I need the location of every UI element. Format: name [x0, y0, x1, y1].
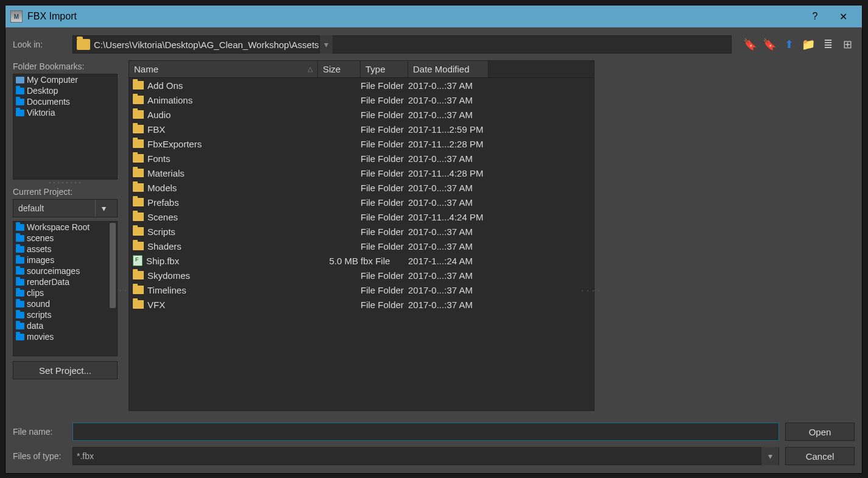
workspace-label: assets	[27, 244, 51, 254]
file-type: File Folder	[361, 285, 408, 295]
workspace-item[interactable]: movies	[13, 331, 117, 342]
workspace-label: scenes	[27, 233, 54, 243]
workspace-label: Workspace Root	[27, 222, 90, 232]
workspace-item[interactable]: images	[13, 255, 117, 265]
column-headers: Name△ Size Type Date Modified	[129, 61, 594, 78]
file-name: Scenes	[147, 212, 178, 222]
file-name: Timelines	[147, 285, 186, 295]
bookmark-item[interactable]: Documents	[13, 96, 117, 107]
up-icon[interactable]: ⬆	[782, 37, 796, 52]
bookmark-item[interactable]: Viktoria	[13, 107, 117, 118]
file-date: 2017-0...:37 AM	[408, 80, 594, 91]
path-input[interactable]: C:\Users\Viktoria\Desktop\AG_Clean_Works…	[72, 35, 732, 54]
project-select[interactable]: default ▾	[13, 199, 118, 217]
file-row[interactable]: FontsFile Folder2017-0...:37 AM	[129, 151, 594, 166]
lookin-label: Look in:	[13, 40, 66, 49]
resize-handle[interactable]: • • • • • • • •	[13, 180, 118, 183]
file-row[interactable]: TimelinesFile Folder2017-0...:37 AM	[129, 283, 594, 297]
close-button[interactable]: ✕	[829, 7, 857, 26]
scrollbar[interactable]	[110, 223, 116, 354]
file-type: fbx File	[361, 256, 408, 266]
folder-icon	[133, 198, 144, 206]
cancel-button[interactable]: Cancel	[785, 447, 855, 465]
file-row[interactable]: ScriptsFile Folder2017-0...:37 AM	[129, 224, 594, 239]
file-name: Materials	[147, 168, 185, 178]
file-date: 2017-0...:37 AM	[408, 110, 594, 120]
file-type: File Folder	[361, 80, 408, 91]
file-row[interactable]: MaterialsFile Folder2017-11...4:28 PM	[129, 166, 594, 180]
col-type[interactable]: Type	[361, 61, 408, 77]
workspace-item[interactable]: Workspace Root	[13, 222, 117, 233]
folder-icon	[133, 139, 144, 148]
workspace-item[interactable]: scripts	[13, 309, 117, 320]
file-row[interactable]: PrefabsFile Folder2017-0...:37 AM	[129, 195, 594, 209]
file-date: 2017-0...:37 AM	[408, 227, 594, 237]
set-project-button[interactable]: Set Project...	[13, 361, 118, 379]
filename-input[interactable]	[72, 423, 779, 441]
workspace-item[interactable]: sound	[13, 298, 117, 309]
splitter-left[interactable]: ••••	[121, 60, 129, 411]
file-row[interactable]: VFXFile Folder2017-0...:37 AM	[129, 297, 594, 312]
file-name: Add Ons	[147, 80, 183, 91]
detail-view-icon[interactable]: ⊞	[840, 37, 855, 52]
folder-icon	[16, 290, 24, 297]
folder-icon	[16, 99, 24, 105]
bookmark-icon[interactable]: 🔖	[762, 37, 777, 52]
path-dropdown[interactable]: ▾	[319, 35, 333, 54]
open-button[interactable]: Open	[785, 423, 855, 441]
project-value: default	[18, 203, 44, 213]
folder-icon	[16, 334, 24, 340]
col-date[interactable]: Date Modified	[408, 61, 489, 77]
folder-icon	[133, 271, 144, 279]
file-name: Fonts	[147, 153, 171, 164]
sort-asc-icon: △	[308, 65, 312, 73]
workspace-item[interactable]: sourceimages	[13, 265, 117, 276]
file-row[interactable]: AnimationsFile Folder2017-0...:37 AM	[129, 93, 594, 107]
file-row[interactable]: ShadersFile Folder2017-0...:37 AM	[129, 239, 594, 253]
file-type: File Folder	[361, 183, 408, 193]
file-date: 2017-1...:24 AM	[408, 256, 594, 266]
file-row[interactable]: ScenesFile Folder2017-11...4:24 PM	[129, 209, 594, 224]
folder-icon	[133, 96, 144, 104]
bookmark-item[interactable]: My Computer	[13, 74, 117, 85]
workspace-item[interactable]: scenes	[13, 233, 117, 244]
chevron-down-icon: ▾	[95, 200, 112, 217]
workspace-item[interactable]: assets	[13, 244, 117, 255]
file-type: File Folder	[361, 241, 408, 251]
new-folder-icon[interactable]: 📁	[801, 37, 816, 52]
filetype-value: *.fbx	[77, 451, 94, 461]
workspace-item[interactable]: renderData	[13, 276, 117, 287]
workspace-item[interactable]: data	[13, 320, 117, 331]
folder-icon	[133, 242, 144, 250]
folder-icon	[16, 224, 24, 231]
titlebar: M FBX Import ? ✕	[5, 5, 862, 27]
filetype-select[interactable]: *.fbx ▾	[72, 447, 779, 465]
filetype-label: Files of type:	[13, 451, 66, 461]
filename-label: File name:	[13, 427, 66, 437]
col-size[interactable]: Size	[318, 61, 361, 77]
file-name: Prefabs	[147, 197, 179, 208]
workspace-label: sound	[27, 299, 50, 309]
list-view-icon[interactable]: ≣	[820, 37, 835, 52]
file-row[interactable]: Add OnsFile Folder2017-0...:37 AM	[129, 78, 594, 93]
fbx-import-dialog: M FBX Import ? ✕ Look in: C:\Users\Vikto…	[5, 5, 863, 474]
current-project-label: Current Project:	[13, 186, 118, 199]
col-name[interactable]: Name△	[129, 61, 318, 77]
splitter-right[interactable]: ••••	[595, 60, 602, 411]
bookmark-item[interactable]: Desktop	[13, 85, 117, 96]
file-date: 2017-11...4:28 PM	[408, 168, 594, 178]
folder-icon	[16, 323, 24, 329]
folder-icon	[16, 88, 24, 94]
help-button[interactable]: ?	[801, 7, 829, 26]
file-row[interactable]: AudioFile Folder2017-0...:37 AM	[129, 107, 594, 122]
file-row[interactable]: Ship.fbx5.0 MBfbx File2017-1...:24 AM	[129, 253, 594, 268]
file-row[interactable]: FbxExportersFile Folder2017-11...2:28 PM	[129, 136, 594, 151]
file-row[interactable]: FBXFile Folder2017-11...2:59 PM	[129, 122, 594, 136]
folder-icon	[133, 183, 144, 192]
workspace-item[interactable]: clips	[13, 287, 117, 298]
file-row[interactable]: SkydomesFile Folder2017-0...:37 AM	[129, 268, 594, 283]
folder-icon	[133, 110, 144, 119]
bookmark-add-icon[interactable]: 🔖	[743, 37, 757, 52]
file-row[interactable]: ModelsFile Folder2017-0...:37 AM	[129, 180, 594, 195]
file-type: File Folder	[361, 153, 408, 164]
